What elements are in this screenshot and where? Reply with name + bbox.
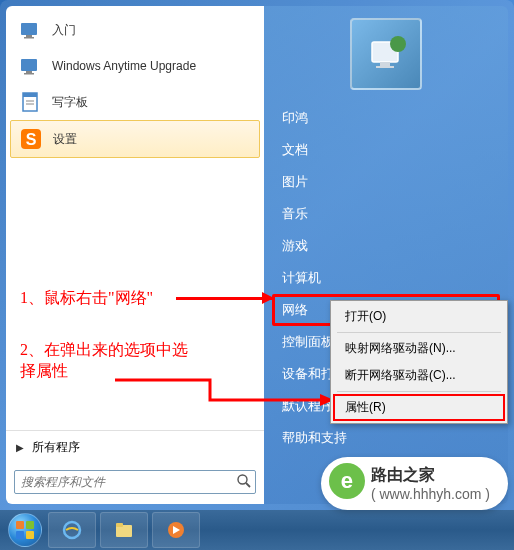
taskbar-wmp-icon[interactable] [152, 512, 200, 548]
context-item-map-drive[interactable]: 映射网络驱动器(N)... [333, 335, 505, 362]
svg-rect-4 [26, 71, 32, 73]
getting-started-icon [18, 18, 42, 42]
side-item-pictures[interactable]: 图片 [272, 166, 500, 198]
context-menu-separator [337, 391, 501, 392]
search-box [14, 470, 256, 494]
search-icon [236, 473, 252, 489]
search-input[interactable] [14, 470, 256, 494]
side-item-music[interactable]: 音乐 [272, 198, 500, 230]
program-item-getting-started[interactable]: 入门 [10, 12, 260, 48]
start-menu-left-panel: 入门Windows Anytime Upgrade写字板S设置 ▶ 所有程序 [6, 6, 264, 504]
taskbar-explorer-icon[interactable] [100, 512, 148, 548]
context-menu: 打开(O)映射网络驱动器(N)...断开网络驱动器(C)...属性(R) [330, 300, 508, 424]
svg-rect-25 [116, 523, 123, 527]
program-label: Windows Anytime Upgrade [52, 59, 196, 73]
context-item-disconnect-drive[interactable]: 断开网络驱动器(C)... [333, 362, 505, 389]
arrow-right-icon: ▶ [16, 442, 24, 453]
svg-rect-0 [21, 23, 37, 35]
svg-line-13 [246, 483, 250, 487]
watermark: e 路由之家 ( www.hhhyh.com ) [321, 457, 508, 510]
svg-rect-3 [21, 59, 37, 71]
side-item-help[interactable]: 帮助和支持 [272, 422, 500, 454]
taskbar-ie-icon[interactable] [48, 512, 96, 548]
start-button[interactable] [4, 510, 46, 550]
program-label: 设置 [53, 131, 77, 148]
svg-rect-2 [24, 37, 34, 39]
context-menu-separator [337, 332, 501, 333]
context-item-properties[interactable]: 属性(R) [333, 394, 505, 421]
svg-rect-5 [24, 73, 34, 75]
program-label: 入门 [52, 22, 76, 39]
user-picture[interactable] [350, 18, 422, 90]
all-programs-label: 所有程序 [32, 439, 80, 456]
svg-rect-15 [380, 62, 390, 66]
wordpad-icon [18, 90, 42, 114]
anytime-upgrade-icon [18, 54, 42, 78]
svg-rect-7 [23, 93, 37, 97]
side-item-computer[interactable]: 计算机 [272, 262, 500, 294]
svg-rect-19 [16, 521, 24, 529]
start-menu-right-panel: 印鸿文档图片音乐游戏计算机网络控制面板设备和打印机默认程序帮助和支持 [264, 6, 508, 504]
program-item-settings[interactable]: S设置 [10, 120, 260, 158]
annotation-step-2: 2、在弹出来的选项中选择属性 [20, 340, 200, 382]
start-menu: 入门Windows Anytime Upgrade写字板S设置 ▶ 所有程序 印… [0, 0, 514, 510]
watermark-logo-icon: e [329, 463, 365, 499]
program-item-wordpad[interactable]: 写字板 [10, 84, 260, 120]
side-item-user[interactable]: 印鸿 [272, 102, 500, 134]
svg-rect-22 [26, 531, 34, 539]
watermark-title: 路由之家 [371, 465, 490, 486]
watermark-url: ( www.hhhyh.com ) [371, 486, 490, 502]
svg-point-17 [390, 36, 406, 52]
taskbar [0, 510, 514, 550]
svg-rect-1 [26, 35, 32, 37]
settings-icon: S [19, 127, 43, 151]
annotation-arrow-1 [176, 297, 272, 300]
context-item-open[interactable]: 打开(O) [333, 303, 505, 330]
svg-rect-16 [376, 66, 394, 68]
svg-rect-21 [16, 531, 24, 539]
side-item-games[interactable]: 游戏 [272, 230, 500, 262]
svg-text:S: S [26, 131, 37, 148]
program-label: 写字板 [52, 94, 88, 111]
side-item-documents[interactable]: 文档 [272, 134, 500, 166]
all-programs-button[interactable]: ▶ 所有程序 [6, 430, 264, 464]
program-item-anytime-upgrade[interactable]: Windows Anytime Upgrade [10, 48, 260, 84]
svg-point-12 [238, 475, 247, 484]
annotation-step-1: 1、鼠标右击"网络" [20, 288, 153, 309]
svg-rect-20 [26, 521, 34, 529]
